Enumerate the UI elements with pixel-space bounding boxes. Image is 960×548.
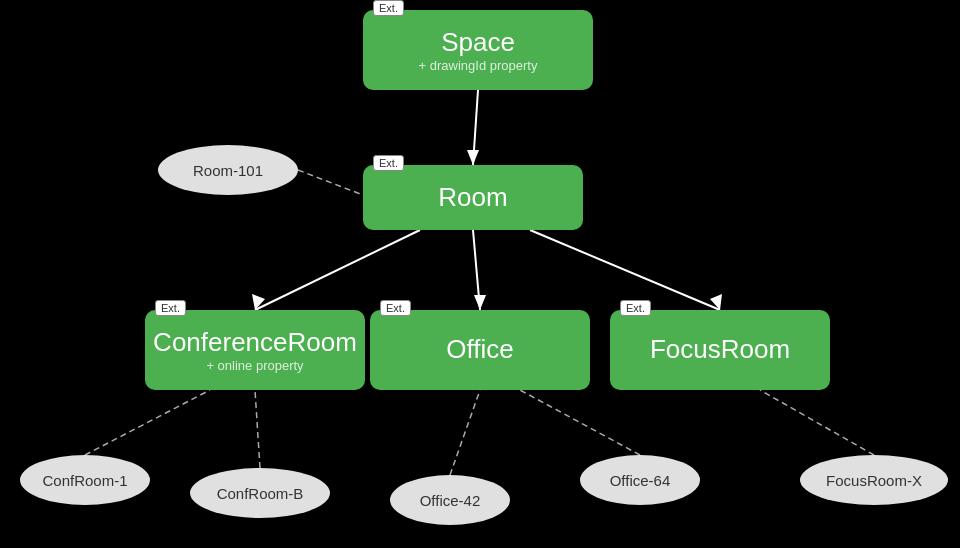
ext-badge-focusroom: Ext. — [620, 300, 651, 316]
svg-line-10 — [255, 390, 260, 468]
node-room: Ext. Room — [363, 165, 583, 230]
instance-confroomB-label: ConfRoom-B — [217, 485, 304, 502]
instance-confroom1-label: ConfRoom-1 — [42, 472, 127, 489]
node-conferenceroom-title: ConferenceRoom — [153, 327, 357, 358]
instance-focusroomX: FocusRoom-X — [800, 455, 948, 505]
svg-line-6 — [530, 230, 720, 310]
ext-badge-space: Ext. — [373, 0, 404, 16]
svg-line-13 — [760, 390, 874, 455]
svg-marker-5 — [474, 295, 486, 310]
svg-marker-7 — [710, 294, 722, 310]
ext-badge-conferenceroom: Ext. — [155, 300, 186, 316]
node-space-subtitle: + drawingId property — [419, 58, 538, 73]
instance-room101: Room-101 — [158, 145, 298, 195]
node-space: Ext. Space + drawingId property — [363, 10, 593, 90]
instance-focusroomX-label: FocusRoom-X — [826, 472, 922, 489]
svg-line-2 — [255, 230, 420, 310]
instance-office64-label: Office-64 — [610, 472, 671, 489]
svg-line-12 — [520, 390, 640, 455]
instance-confroom1: ConfRoom-1 — [20, 455, 150, 505]
node-focusroom: Ext. FocusRoom — [610, 310, 830, 390]
svg-marker-1 — [467, 150, 479, 165]
node-space-title: Space — [441, 27, 515, 58]
ext-badge-room: Ext. — [373, 155, 404, 171]
node-office-title: Office — [446, 334, 513, 365]
node-office: Ext. Office — [370, 310, 590, 390]
node-conferenceroom: Ext. ConferenceRoom + online property — [145, 310, 365, 390]
svg-line-8 — [298, 170, 363, 195]
instance-confroomB: ConfRoom-B — [190, 468, 330, 518]
ext-badge-office: Ext. — [380, 300, 411, 316]
instance-office42-label: Office-42 — [420, 492, 481, 509]
node-conferenceroom-subtitle: + online property — [206, 358, 303, 373]
node-room-title: Room — [438, 182, 507, 213]
node-focusroom-title: FocusRoom — [650, 334, 790, 365]
instance-room101-label: Room-101 — [193, 162, 263, 179]
svg-line-9 — [85, 390, 210, 455]
svg-line-0 — [473, 90, 478, 165]
instance-office64: Office-64 — [580, 455, 700, 505]
svg-line-11 — [450, 390, 480, 475]
svg-line-4 — [473, 230, 480, 310]
svg-marker-3 — [252, 294, 265, 310]
instance-office42: Office-42 — [390, 475, 510, 525]
